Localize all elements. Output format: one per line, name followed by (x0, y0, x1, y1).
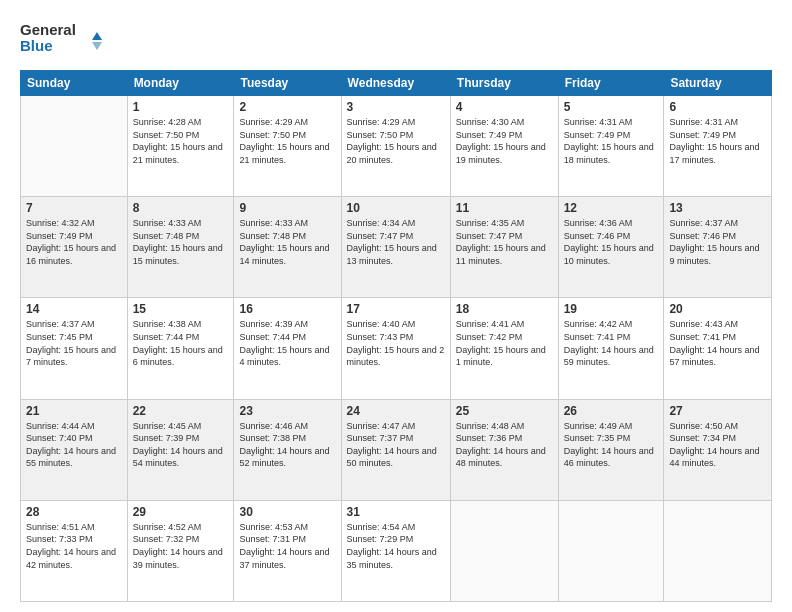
day-info: Sunrise: 4:44 AMSunset: 7:40 PMDaylight:… (26, 420, 122, 470)
day-number: 17 (347, 302, 445, 316)
day-number: 29 (133, 505, 229, 519)
calendar-cell: 6Sunrise: 4:31 AMSunset: 7:49 PMDaylight… (664, 96, 772, 197)
day-number: 4 (456, 100, 553, 114)
day-number: 10 (347, 201, 445, 215)
day-info: Sunrise: 4:39 AMSunset: 7:44 PMDaylight:… (239, 318, 335, 368)
calendar-cell: 28Sunrise: 4:51 AMSunset: 7:33 PMDayligh… (21, 500, 128, 601)
day-info: Sunrise: 4:46 AMSunset: 7:38 PMDaylight:… (239, 420, 335, 470)
week-row-2: 7Sunrise: 4:32 AMSunset: 7:49 PMDaylight… (21, 197, 772, 298)
calendar-cell: 16Sunrise: 4:39 AMSunset: 7:44 PMDayligh… (234, 298, 341, 399)
week-row-1: 1Sunrise: 4:28 AMSunset: 7:50 PMDaylight… (21, 96, 772, 197)
week-row-4: 21Sunrise: 4:44 AMSunset: 7:40 PMDayligh… (21, 399, 772, 500)
svg-text:Blue: Blue (20, 37, 53, 54)
day-number: 20 (669, 302, 766, 316)
day-info: Sunrise: 4:31 AMSunset: 7:49 PMDaylight:… (564, 116, 659, 166)
calendar-cell: 20Sunrise: 4:43 AMSunset: 7:41 PMDayligh… (664, 298, 772, 399)
weekday-friday: Friday (558, 71, 664, 96)
day-number: 5 (564, 100, 659, 114)
day-number: 22 (133, 404, 229, 418)
day-info: Sunrise: 4:42 AMSunset: 7:41 PMDaylight:… (564, 318, 659, 368)
calendar-cell: 15Sunrise: 4:38 AMSunset: 7:44 PMDayligh… (127, 298, 234, 399)
day-number: 12 (564, 201, 659, 215)
calendar-cell: 29Sunrise: 4:52 AMSunset: 7:32 PMDayligh… (127, 500, 234, 601)
calendar-cell (450, 500, 558, 601)
weekday-saturday: Saturday (664, 71, 772, 96)
calendar-cell: 27Sunrise: 4:50 AMSunset: 7:34 PMDayligh… (664, 399, 772, 500)
week-row-5: 28Sunrise: 4:51 AMSunset: 7:33 PMDayligh… (21, 500, 772, 601)
calendar-cell: 30Sunrise: 4:53 AMSunset: 7:31 PMDayligh… (234, 500, 341, 601)
day-info: Sunrise: 4:50 AMSunset: 7:34 PMDaylight:… (669, 420, 766, 470)
weekday-header-row: SundayMondayTuesdayWednesdayThursdayFrid… (21, 71, 772, 96)
weekday-monday: Monday (127, 71, 234, 96)
calendar-cell: 23Sunrise: 4:46 AMSunset: 7:38 PMDayligh… (234, 399, 341, 500)
day-info: Sunrise: 4:37 AMSunset: 7:46 PMDaylight:… (669, 217, 766, 267)
day-info: Sunrise: 4:49 AMSunset: 7:35 PMDaylight:… (564, 420, 659, 470)
calendar-cell: 31Sunrise: 4:54 AMSunset: 7:29 PMDayligh… (341, 500, 450, 601)
day-info: Sunrise: 4:35 AMSunset: 7:47 PMDaylight:… (456, 217, 553, 267)
calendar-cell (664, 500, 772, 601)
day-info: Sunrise: 4:53 AMSunset: 7:31 PMDaylight:… (239, 521, 335, 571)
day-info: Sunrise: 4:30 AMSunset: 7:49 PMDaylight:… (456, 116, 553, 166)
day-number: 15 (133, 302, 229, 316)
calendar-cell (558, 500, 664, 601)
weekday-sunday: Sunday (21, 71, 128, 96)
weekday-thursday: Thursday (450, 71, 558, 96)
day-info: Sunrise: 4:33 AMSunset: 7:48 PMDaylight:… (133, 217, 229, 267)
calendar-cell: 19Sunrise: 4:42 AMSunset: 7:41 PMDayligh… (558, 298, 664, 399)
day-info: Sunrise: 4:43 AMSunset: 7:41 PMDaylight:… (669, 318, 766, 368)
calendar-cell: 2Sunrise: 4:29 AMSunset: 7:50 PMDaylight… (234, 96, 341, 197)
calendar-cell: 22Sunrise: 4:45 AMSunset: 7:39 PMDayligh… (127, 399, 234, 500)
svg-text:General: General (20, 21, 76, 38)
calendar-cell: 9Sunrise: 4:33 AMSunset: 7:48 PMDaylight… (234, 197, 341, 298)
day-info: Sunrise: 4:40 AMSunset: 7:43 PMDaylight:… (347, 318, 445, 368)
week-row-3: 14Sunrise: 4:37 AMSunset: 7:45 PMDayligh… (21, 298, 772, 399)
day-number: 26 (564, 404, 659, 418)
day-number: 9 (239, 201, 335, 215)
day-info: Sunrise: 4:37 AMSunset: 7:45 PMDaylight:… (26, 318, 122, 368)
day-number: 18 (456, 302, 553, 316)
calendar-cell: 24Sunrise: 4:47 AMSunset: 7:37 PMDayligh… (341, 399, 450, 500)
day-info: Sunrise: 4:32 AMSunset: 7:49 PMDaylight:… (26, 217, 122, 267)
calendar-cell: 25Sunrise: 4:48 AMSunset: 7:36 PMDayligh… (450, 399, 558, 500)
day-info: Sunrise: 4:52 AMSunset: 7:32 PMDaylight:… (133, 521, 229, 571)
day-number: 31 (347, 505, 445, 519)
day-info: Sunrise: 4:54 AMSunset: 7:29 PMDaylight:… (347, 521, 445, 571)
weekday-wednesday: Wednesday (341, 71, 450, 96)
day-info: Sunrise: 4:45 AMSunset: 7:39 PMDaylight:… (133, 420, 229, 470)
calendar-cell: 8Sunrise: 4:33 AMSunset: 7:48 PMDaylight… (127, 197, 234, 298)
day-info: Sunrise: 4:33 AMSunset: 7:48 PMDaylight:… (239, 217, 335, 267)
calendar-cell: 18Sunrise: 4:41 AMSunset: 7:42 PMDayligh… (450, 298, 558, 399)
calendar-cell: 21Sunrise: 4:44 AMSunset: 7:40 PMDayligh… (21, 399, 128, 500)
day-number: 27 (669, 404, 766, 418)
day-info: Sunrise: 4:47 AMSunset: 7:37 PMDaylight:… (347, 420, 445, 470)
calendar-cell: 4Sunrise: 4:30 AMSunset: 7:49 PMDaylight… (450, 96, 558, 197)
day-info: Sunrise: 4:28 AMSunset: 7:50 PMDaylight:… (133, 116, 229, 166)
calendar-cell: 26Sunrise: 4:49 AMSunset: 7:35 PMDayligh… (558, 399, 664, 500)
day-number: 30 (239, 505, 335, 519)
day-number: 11 (456, 201, 553, 215)
calendar-cell: 5Sunrise: 4:31 AMSunset: 7:49 PMDaylight… (558, 96, 664, 197)
day-info: Sunrise: 4:34 AMSunset: 7:47 PMDaylight:… (347, 217, 445, 267)
logo-svg: General Blue (20, 18, 120, 58)
day-number: 21 (26, 404, 122, 418)
calendar-cell: 1Sunrise: 4:28 AMSunset: 7:50 PMDaylight… (127, 96, 234, 197)
calendar-cell: 3Sunrise: 4:29 AMSunset: 7:50 PMDaylight… (341, 96, 450, 197)
day-info: Sunrise: 4:48 AMSunset: 7:36 PMDaylight:… (456, 420, 553, 470)
day-number: 25 (456, 404, 553, 418)
page: General Blue SundayMondayTuesdayWednesda… (0, 0, 792, 612)
day-number: 14 (26, 302, 122, 316)
svg-marker-2 (92, 32, 102, 40)
logo: General Blue (20, 18, 120, 58)
calendar-cell: 7Sunrise: 4:32 AMSunset: 7:49 PMDaylight… (21, 197, 128, 298)
day-number: 8 (133, 201, 229, 215)
day-info: Sunrise: 4:41 AMSunset: 7:42 PMDaylight:… (456, 318, 553, 368)
day-number: 28 (26, 505, 122, 519)
day-info: Sunrise: 4:51 AMSunset: 7:33 PMDaylight:… (26, 521, 122, 571)
day-info: Sunrise: 4:29 AMSunset: 7:50 PMDaylight:… (347, 116, 445, 166)
calendar-cell: 14Sunrise: 4:37 AMSunset: 7:45 PMDayligh… (21, 298, 128, 399)
calendar-cell: 17Sunrise: 4:40 AMSunset: 7:43 PMDayligh… (341, 298, 450, 399)
calendar-cell: 12Sunrise: 4:36 AMSunset: 7:46 PMDayligh… (558, 197, 664, 298)
day-number: 1 (133, 100, 229, 114)
calendar-table: SundayMondayTuesdayWednesdayThursdayFrid… (20, 70, 772, 602)
svg-marker-3 (92, 42, 102, 50)
